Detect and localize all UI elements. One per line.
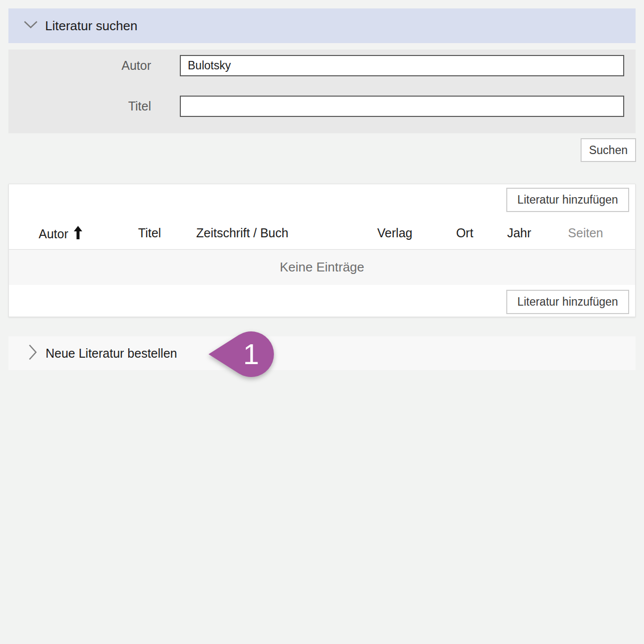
section-title: Literatur suchen (45, 18, 137, 34)
column-header-verlag[interactable]: Verlag (377, 226, 413, 240)
chevron-right-icon (29, 344, 37, 362)
column-header-titel[interactable]: Titel (138, 226, 161, 240)
chevron-down-icon (24, 21, 38, 31)
order-section-title: Neue Literatur bestellen (46, 346, 177, 361)
literature-page: Literatur suchen Autor Titel Suchen Lite… (0, 0, 644, 644)
empty-state-text: Keine Einträge (280, 260, 365, 275)
column-header-seiten: Seiten (568, 226, 603, 240)
results-table: Literatur hinzufügen Autor Titel Zeitsch… (8, 184, 636, 317)
empty-state-row: Keine Einträge (9, 250, 635, 285)
add-literature-button-top[interactable]: Literatur hinzufügen (506, 188, 629, 212)
sort-ascending-icon (74, 226, 82, 242)
column-header-autor[interactable]: Autor (39, 226, 82, 242)
titel-label: Titel (8, 96, 151, 117)
add-literature-button-bottom[interactable]: Literatur hinzufügen (506, 290, 629, 314)
column-header-zeitschrift-buch[interactable]: Zeitschrift / Buch (196, 226, 288, 240)
section-header-literatur-suchen[interactable]: Literatur suchen (8, 8, 636, 43)
column-header-jahr[interactable]: Jahr (507, 226, 532, 240)
column-header-ort[interactable]: Ort (456, 226, 474, 240)
autor-label: Autor (8, 55, 151, 76)
search-button[interactable]: Suchen (581, 138, 636, 162)
autor-input[interactable] (180, 55, 624, 76)
titel-input[interactable] (180, 96, 624, 117)
search-form: Autor Titel (8, 50, 636, 133)
section-header-neue-literatur-bestellen[interactable]: Neue Literatur bestellen (8, 336, 636, 370)
column-header-autor-label: Autor (39, 227, 68, 241)
